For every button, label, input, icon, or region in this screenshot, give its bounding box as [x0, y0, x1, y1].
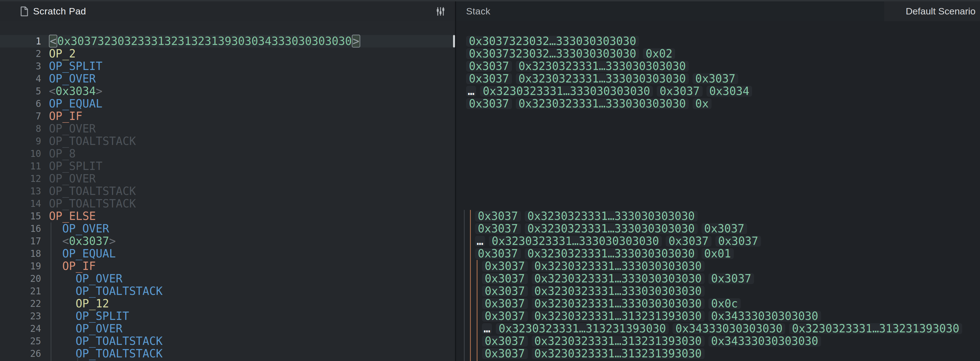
- code-text: OP_OVER: [49, 73, 96, 85]
- stack-row-line-18: 0x30370x3230323331…3330303030300x01: [475, 247, 980, 260]
- script-debugger-page: Scratch Pad Stack: [0, 0, 980, 361]
- code-lines: 1<0x303732303233313231323139303034333030…: [0, 35, 455, 360]
- stack-row-line-15: 0x30370x3230323331…333030303030: [475, 210, 980, 222]
- stack-item: 0x3230323331…333030303030: [532, 298, 705, 309]
- sliders-icon[interactable]: [433, 4, 448, 19]
- stack-item: 0x3230323331…333030303030: [516, 61, 689, 72]
- code-line-13[interactable]: 13OP_TOALTSTACK: [0, 185, 455, 198]
- stack-item-overflow-ellipsis: …: [482, 323, 492, 334]
- stack-item: 0x3037: [466, 61, 512, 72]
- line-number: 11: [0, 160, 41, 173]
- script-editor[interactable]: 1<0x303732303233313231323139303034333030…: [0, 21, 455, 361]
- stack-item: 0x3037: [702, 223, 748, 234]
- code-line-21[interactable]: 21OP_TOALTSTACK: [0, 285, 455, 298]
- code-line-14[interactable]: 14OP_TOALTSTACK: [0, 198, 455, 210]
- stack-indent-guide: [464, 210, 465, 361]
- code-token: OP_ELSE: [49, 210, 96, 222]
- code-line-10[interactable]: 10OP_8: [0, 147, 455, 160]
- code-line-18[interactable]: 18OP_EQUAL: [0, 247, 455, 260]
- code-token: >: [352, 35, 360, 48]
- code-line-15[interactable]: 15OP_ELSE: [0, 210, 455, 222]
- stack-item: 0x3037: [693, 73, 738, 84]
- code-line-4[interactable]: 4OP_OVER: [0, 73, 455, 85]
- line-number: 13: [0, 185, 41, 198]
- code-text: OP_TOALTSTACK: [49, 185, 136, 198]
- stack-item: 0x34333030303030: [708, 336, 821, 347]
- code-text: OP_EQUAL: [49, 97, 103, 110]
- stack-item: 0x0c: [708, 298, 741, 309]
- code-line-24[interactable]: 24OP_OVER: [0, 322, 455, 335]
- code-line-8[interactable]: 8OP_OVER: [0, 122, 455, 135]
- stack-row-line-16: 0x30370x3230323331…3330303030300x3037: [475, 222, 980, 235]
- stack-row-line-19: 0x30370x3230323331…333030303030: [482, 260, 980, 272]
- stack-item: 0x3037: [666, 236, 711, 247]
- code-line-6[interactable]: 6OP_EQUAL: [0, 97, 455, 110]
- stack-item: 0x3037: [482, 311, 528, 321]
- code-line-25[interactable]: 25OP_TOALTSTACK: [0, 335, 455, 347]
- code-line-11[interactable]: 11OP_SPLIT: [0, 160, 455, 173]
- line-number: 16: [0, 222, 41, 235]
- code-line-9[interactable]: 9OP_TOALTSTACK: [0, 135, 455, 147]
- line-number: 14: [0, 198, 41, 210]
- code-text: OP_TOALTSTACK: [49, 285, 162, 298]
- code-line-7[interactable]: 7OP_IF: [0, 110, 455, 122]
- code-token: 0x3037: [69, 235, 109, 247]
- line-number: 20: [0, 272, 41, 285]
- stack-item: 0x3230323331…333030303030: [532, 273, 705, 284]
- indent-guide: [51, 222, 51, 361]
- stack-row-line-23: 0x30370x3230323331…3132313930300x3433303…: [482, 310, 980, 322]
- code-line-3[interactable]: 3OP_SPLIT: [0, 60, 455, 73]
- indent-guide: [77, 356, 78, 361]
- code-token: <: [49, 35, 57, 48]
- code-line-19[interactable]: 19OP_IF: [0, 260, 455, 272]
- code-token: OP_SPLIT: [49, 60, 103, 73]
- code-text: OP_8: [49, 147, 76, 160]
- code-text: OP_SPLIT: [49, 160, 103, 173]
- line-number: 8: [0, 122, 41, 135]
- code-line-16[interactable]: 16OP_OVER: [0, 222, 455, 235]
- stack-item: 0x3230323331…333030303030: [532, 261, 705, 272]
- stack-row-line-3: 0x30370x3230323331…333030303030: [466, 60, 980, 73]
- stack-item: 0x34333030303030: [708, 311, 821, 321]
- code-token: OP_TOALTSTACK: [76, 285, 162, 298]
- stack-row-line-4: 0x30370x3230323331…3330303030300x3037: [466, 73, 980, 85]
- code-line-1[interactable]: 1<0x303732303233313231323139303034333030…: [0, 35, 455, 48]
- line-number: 26: [0, 347, 41, 360]
- stack-row-line-21: 0x30370x3230323331…333030303030: [482, 285, 980, 298]
- code-line-26[interactable]: 26OP_TOALTSTACK: [0, 347, 455, 360]
- stack-item: 0x3230323331…333030303030: [525, 211, 698, 222]
- code-token: OP_IF: [62, 260, 95, 272]
- code-text: OP_TOALTSTACK: [49, 347, 162, 360]
- stack-item: 0x3037: [482, 298, 528, 309]
- scenario-selector-button[interactable]: Default Scenario: [884, 2, 980, 21]
- code-line-5[interactable]: 5<0x3034>: [0, 85, 455, 97]
- stack-item: 0x3230323331…333030303030: [489, 236, 662, 247]
- code-token: OP_OVER: [49, 122, 96, 135]
- code-text: <0x3037>: [49, 235, 116, 247]
- stack-item: 0x01: [702, 248, 734, 259]
- code-line-17[interactable]: 17<0x3037>: [0, 235, 455, 247]
- main-area: 1<0x303732303233313231323139303034333030…: [0, 21, 980, 361]
- code-token: OP_SPLIT: [49, 160, 103, 173]
- code-token: OP_TOALTSTACK: [49, 185, 136, 198]
- code-token: OP_SPLIT: [76, 310, 129, 322]
- stack-item: 0x3037: [657, 86, 703, 97]
- stack-row-line-26: 0x30370x3230323331…313231393030: [482, 347, 980, 360]
- stack-item: 0x3230323331…313231393030: [496, 323, 669, 334]
- code-token: OP_8: [49, 147, 76, 160]
- code-line-20[interactable]: 20OP_OVER: [0, 272, 455, 285]
- code-text: OP_OVER: [49, 272, 123, 285]
- line-number: 25: [0, 335, 41, 347]
- code-text: OP_SPLIT: [49, 310, 129, 322]
- code-line-12[interactable]: 12OP_OVER: [0, 173, 455, 185]
- line-number: 21: [0, 285, 41, 298]
- stack-item-overflow-ellipsis: …: [466, 86, 476, 97]
- code-line-22[interactable]: 22OP_12: [0, 298, 455, 310]
- stack-row-line-2: 0x3037323032…3330303030300x02: [466, 48, 980, 60]
- pane-resize-handle[interactable]: [453, 35, 455, 48]
- code-line-23[interactable]: 23OP_SPLIT: [0, 310, 455, 322]
- stack-indent-guide-if: [477, 260, 477, 361]
- code-line-2[interactable]: 2OP_2: [0, 48, 455, 60]
- line-number: 18: [0, 247, 41, 260]
- code-token: 0x30373230323331323132313930303433303030…: [57, 35, 352, 48]
